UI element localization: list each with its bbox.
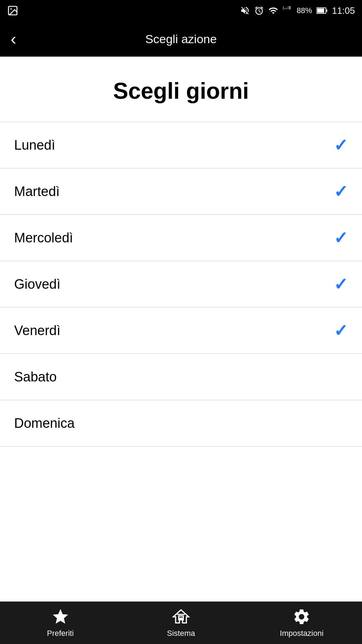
nav-bar: ‹ Scegli azione — [0, 21, 362, 57]
tab-impostazioni[interactable]: Impostazioni — [241, 608, 362, 638]
wifi-icon — [268, 6, 278, 16]
day-row-1[interactable]: Martedì✓ — [0, 168, 362, 214]
page-title: Scegli giorni — [0, 78, 362, 104]
day-row-5[interactable]: Sabato — [0, 354, 362, 400]
svg-rect-6 — [180, 617, 182, 620]
home-icon — [172, 608, 190, 626]
day-label-6: Domenica — [14, 416, 75, 431]
main-content: Scegli giorni Lunedì✓Martedì✓Mercoledì✓G… — [0, 57, 362, 602]
tab-impostazioni-label: Impostazioni — [280, 629, 324, 638]
tab-sistema-label: Sistema — [167, 629, 195, 638]
battery-icon — [316, 7, 328, 14]
day-row-4[interactable]: Venerdì✓ — [0, 307, 362, 353]
day-label-2: Mercoledì — [14, 230, 73, 246]
check-icon-3: ✓ — [334, 274, 348, 294]
check-icon-4: ✓ — [334, 321, 348, 340]
check-icon-1: ✓ — [334, 182, 348, 201]
day-row-6[interactable]: Domenica — [0, 400, 362, 446]
gear-icon — [292, 608, 311, 626]
battery-percent: 88% — [297, 6, 312, 15]
check-icon-0: ✓ — [334, 135, 348, 155]
star-icon — [51, 608, 70, 626]
tab-preferiti[interactable]: Preferiti — [0, 608, 121, 638]
nav-title: Scegli azione — [145, 32, 217, 46]
back-button[interactable]: ‹ — [11, 30, 16, 47]
check-icon-2: ✓ — [334, 228, 348, 248]
alarm-icon — [254, 6, 264, 16]
day-row-0[interactable]: Lunedì✓ — [0, 122, 362, 168]
signal-icon — [282, 6, 292, 16]
svg-rect-3 — [317, 8, 324, 13]
day-label-5: Sabato — [14, 369, 57, 385]
status-time: 11:05 — [332, 5, 355, 16]
status-bar-left — [7, 5, 18, 16]
day-row-3[interactable]: Giovedì✓ — [0, 261, 362, 307]
mute-icon — [240, 6, 250, 16]
divider-6 — [0, 446, 362, 447]
svg-rect-4 — [326, 10, 327, 12]
day-label-3: Giovedì — [14, 277, 60, 292]
tab-sistema[interactable]: Sistema — [121, 608, 241, 638]
bottom-tab-bar: Preferiti Sistema Impostazioni — [0, 602, 362, 644]
tab-preferiti-label: Preferiti — [47, 629, 74, 638]
day-label-0: Lunedì — [14, 138, 55, 153]
days-list: Lunedì✓Martedì✓Mercoledì✓Giovedì✓Venerdì… — [0, 122, 362, 447]
day-label-4: Venerdì — [14, 323, 60, 338]
status-bar-right: 88% 11:05 — [240, 5, 355, 16]
svg-point-1 — [10, 8, 12, 10]
image-icon — [7, 5, 18, 16]
day-row-2[interactable]: Mercoledì✓ — [0, 215, 362, 261]
day-label-1: Martedì — [14, 184, 60, 199]
page-title-section: Scegli giorni — [0, 57, 362, 122]
status-bar: 88% 11:05 — [0, 0, 362, 21]
